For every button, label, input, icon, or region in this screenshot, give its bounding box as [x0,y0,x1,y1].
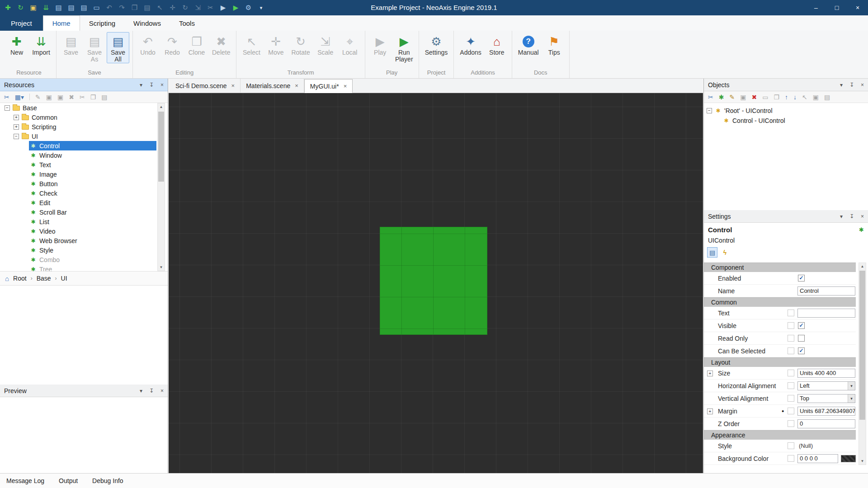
edit-icon[interactable]: ✎ [35,94,41,101]
paste-icon[interactable]: ▤ [101,94,107,101]
tree-item-image[interactable]: ✱Image [0,169,168,179]
rotate-button[interactable]: ↻Rotate [288,32,312,57]
folder-icon[interactable]: ▣ [740,94,746,101]
tips-button[interactable]: ⚑Tips [542,32,566,57]
panel-menu-icon[interactable]: ▾ [140,82,142,88]
default-indicator-box[interactable] [788,395,794,402]
breadcrumb-ui[interactable]: UI [61,275,67,282]
events-tab[interactable]: ϟ [720,247,730,258]
name-input[interactable]: Control [797,286,855,296]
maximize-button[interactable]: □ [826,0,847,15]
undo-icon[interactable]: ↶ [105,4,113,12]
tree-item-base[interactable]: −Base [0,103,168,113]
tree-item-combo[interactable]: ✱Combo [0,255,168,264]
size-field[interactable]: Units 400 400 [797,369,855,378]
tab-tools[interactable]: Tools [170,15,204,31]
pin-icon[interactable]: ↧ [849,213,854,220]
tab-windows[interactable]: Windows [124,15,170,31]
pin-icon[interactable]: ↧ [849,82,854,88]
tree-item-control[interactable]: ✱Control [0,141,168,150]
close-panel-icon[interactable]: × [160,82,164,88]
object-item-control[interactable]: ✱Control - UIControl [704,116,868,126]
close-button[interactable]: × [847,0,868,15]
resources-scrollbar[interactable]: ▲ ▼ [157,103,165,271]
doc-tab-materials[interactable]: Materials.scene × [241,79,304,93]
margin-field[interactable]: Units 687.206349807 [797,407,855,416]
delete-icon[interactable]: ✖ [69,94,74,101]
open-icon[interactable]: ▣ [57,94,63,101]
screens-icon[interactable]: ▭ [92,4,101,12]
expand-icon[interactable]: + [14,115,19,120]
save-icon[interactable]: ▤ [54,4,63,12]
tree-item-list[interactable]: ✱List [0,217,168,226]
vertical-alignment-dropdown[interactable]: Top▾ [797,394,855,403]
new-folder-icon[interactable]: ▣ [46,94,52,101]
chevron-down-icon[interactable]: ▾ [848,394,855,403]
tree-item-scripting[interactable]: +Scripting [0,122,168,131]
redo-button[interactable]: ↷Redo [160,32,184,57]
collapse-icon[interactable]: − [5,105,10,111]
view-options-icon[interactable]: ▦▾ [15,94,24,101]
output-tab[interactable]: Output [59,477,78,484]
scroll-up-icon[interactable]: ▲ [859,263,866,270]
edit-icon[interactable]: ✎ [729,94,735,101]
run-player-icon[interactable]: ▶ [231,4,240,12]
tree-item-video[interactable]: ✱Video [0,226,168,236]
save-as-icon[interactable]: ▤ [67,4,75,12]
new-file-icon[interactable]: ✚ [4,4,12,12]
tree-item-common[interactable]: +Common [0,113,168,122]
move-down-icon[interactable]: ↓ [793,94,797,101]
clone-icon[interactable]: ❐ [130,4,139,12]
tree-item-web-browser[interactable]: ✱Web Browser [0,236,168,245]
import-button[interactable]: ⇊Import [29,32,53,57]
tree-item-text[interactable]: ✱Text [0,160,168,169]
tree-item-style[interactable]: ✱Style [0,245,168,255]
panel-menu-icon[interactable]: ▾ [840,213,843,220]
minimize-button[interactable]: – [806,0,826,15]
select-button[interactable]: ↖Select [240,32,263,57]
scroll-down-icon[interactable]: ▼ [158,264,165,271]
save-all-icon[interactable]: ▤ [80,4,88,12]
tools-icon[interactable]: ✂ [4,94,9,101]
addons-button[interactable]: ✦Addons [457,32,484,57]
copy-icon[interactable]: ❐ [774,94,779,101]
expand-icon[interactable]: + [14,124,19,130]
collapse-icon[interactable]: − [707,108,712,113]
clone-button[interactable]: ❐Clone [185,32,208,57]
tree-item-ui[interactable]: −UI [0,131,168,141]
save-all-button[interactable]: ▤Save All [107,32,129,63]
clone-icon[interactable]: ▣ [813,94,819,101]
delete-button[interactable]: ✖Delete [209,32,233,57]
new-object-icon[interactable]: ✱ [719,94,724,101]
background-color-field[interactable]: 0 0 0 0 [797,454,838,463]
scroll-down-icon[interactable]: ▼ [859,458,866,465]
breadcrumb-base[interactable]: Base [37,275,51,282]
project-settings-button[interactable]: ⚙Settings [422,32,451,57]
message-log-tab[interactable]: Message Log [6,477,44,484]
refresh-icon[interactable]: ↻ [16,4,25,12]
new-button[interactable]: ✚New [5,32,28,57]
move-up-icon[interactable]: ↑ [785,94,788,101]
properties-tab[interactable]: ▤ [707,247,717,258]
object-item-root[interactable]: −✱'Root' - UIControl [704,106,868,116]
root-home-icon[interactable]: ⌂ [5,275,9,282]
collapse-icon[interactable]: − [14,134,19,139]
tools-icon[interactable]: ✂ [708,94,713,101]
default-indicator-box[interactable] [788,322,794,329]
can-be-selected-checkbox[interactable]: ✓ [798,347,805,354]
rotate-icon[interactable]: ↻ [181,4,189,12]
close-panel-icon[interactable]: × [160,388,164,394]
close-panel-icon[interactable]: × [861,213,864,220]
breadcrumb-root[interactable]: Root [13,275,27,282]
tab-scripting[interactable]: Scripting [80,15,124,31]
read-only-checkbox[interactable] [798,335,805,342]
default-indicator-box[interactable] [788,455,794,462]
play-button[interactable]: ▶Play [368,32,392,57]
close-tab-icon[interactable]: × [231,82,235,89]
move-button[interactable]: ✛Move [264,32,288,57]
manual-button[interactable]: ?Manual [515,32,542,57]
tree-item-edit[interactable]: ✱Edit [0,198,168,207]
panel-menu-icon[interactable]: ▾ [840,82,843,88]
tree-item-tree[interactable]: ✱Tree [0,264,168,271]
default-indicator-box[interactable] [788,310,794,316]
